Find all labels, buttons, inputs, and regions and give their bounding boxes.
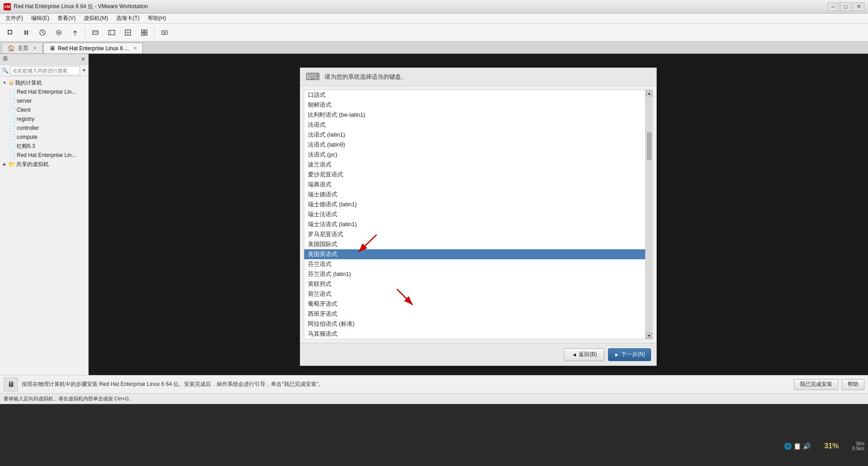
keyboard-list-item[interactable]: 瑞典语式 bbox=[304, 180, 645, 190]
toolbar-history-btn[interactable] bbox=[35, 26, 50, 39]
keyboard-list-item[interactable]: 波兰语式 bbox=[304, 160, 645, 170]
tree-server[interactable]: 📄 server bbox=[0, 96, 88, 105]
sidebar-close-button[interactable]: ✕ bbox=[81, 56, 85, 62]
tree-my-computer[interactable]: ▼ 🖥 我的计算机 bbox=[0, 78, 88, 87]
toolbar bbox=[0, 24, 868, 42]
maximize-button[interactable]: □ bbox=[840, 2, 852, 11]
tree-controller[interactable]: 📄 controller bbox=[0, 124, 88, 133]
keyboard-list[interactable]: 口語式朝鲜语式比利时语式 (be-latin1)法语式法语式 (latin1)法… bbox=[304, 90, 646, 339]
menu-file[interactable]: 文件(F) bbox=[2, 14, 27, 23]
keyboard-list-item[interactable]: 芬兰语式 (latin1) bbox=[304, 269, 645, 279]
toolbar-restore-btn[interactable] bbox=[68, 26, 82, 39]
toolbar-sep-2 bbox=[154, 27, 155, 38]
keyboard-list-item[interactable]: 瑞士法语式 bbox=[304, 209, 645, 219]
app-icon: VM bbox=[4, 3, 11, 10]
menu-bar: 文件(F) 编辑(E) 查看(V) 虚拟机(M) 选项卡(T) 帮助(H) bbox=[0, 14, 868, 24]
menu-view[interactable]: 查看(V) bbox=[54, 14, 79, 23]
keyboard-list-item[interactable]: 法语式 (latin1) bbox=[304, 130, 645, 140]
tree-redhat63[interactable]: 📄 红帽6.3 bbox=[0, 142, 88, 151]
keyboard-list-item[interactable]: 口語式 bbox=[304, 90, 645, 100]
menu-tab[interactable]: 选项卡(T) bbox=[113, 14, 143, 23]
scrollbar-down-button[interactable]: ▼ bbox=[646, 333, 652, 339]
toolbar-fitwin-btn[interactable] bbox=[88, 26, 103, 39]
svg-rect-18 bbox=[142, 33, 144, 35]
vm-folder-icon: 📄 bbox=[9, 89, 16, 95]
keyboard-list-item[interactable]: 美国国际式 bbox=[304, 239, 645, 249]
keyboard-list-item[interactable]: 法语式 (pc) bbox=[304, 150, 645, 160]
tree-vm-1-label: Red Hat Enterprise Lin... bbox=[17, 89, 76, 95]
toolbar-power-btn[interactable] bbox=[3, 26, 17, 39]
tree-shared-label: 共享的虚拟机 bbox=[16, 161, 49, 168]
content-area: 库 ✕ 🔍 ▼ ▼ 🖥 我的计算机 📄 Red Hat Enterprise L… bbox=[0, 53, 868, 375]
keyboard-list-item[interactable]: 荷兰语式 bbox=[304, 289, 645, 299]
sidebar-header: 库 ✕ bbox=[0, 54, 88, 65]
server-icon: 📄 bbox=[9, 98, 16, 104]
keyboard-list-item[interactable]: 罗马尼亚语式 bbox=[304, 229, 645, 239]
tree-compute-label: compute bbox=[17, 134, 38, 140]
tab-vm[interactable]: 🖥 Red Hat Enterprise Linux 6 ... ✕ bbox=[43, 43, 143, 53]
scrollbar-thumb[interactable] bbox=[647, 133, 651, 160]
keyboard-list-item[interactable]: 比利时语式 (be-latin1) bbox=[304, 110, 645, 120]
keyboard-icon: ⌨ bbox=[306, 71, 320, 83]
dialog-header: ⌨ 请为您的系统选择适当的键盘。 bbox=[300, 68, 656, 86]
keyboard-list-item[interactable]: 阿拉伯语式 (标准) bbox=[304, 319, 645, 329]
tray-icon-1[interactable]: 🌐 bbox=[784, 442, 792, 450]
menu-edit[interactable]: 编辑(E) bbox=[28, 14, 53, 23]
tree-client[interactable]: 📄 Client bbox=[0, 105, 88, 114]
toolbar-snapshot-btn[interactable] bbox=[52, 26, 66, 39]
keyboard-list-item[interactable]: 瑞士德语式 (latin1) bbox=[304, 200, 645, 209]
svg-rect-16 bbox=[142, 30, 144, 32]
complete-install-button[interactable]: 我已完成安装 bbox=[794, 379, 838, 390]
tab-vm-close[interactable]: ✕ bbox=[133, 46, 137, 51]
keyboard-list-item[interactable]: 英联邦式 bbox=[304, 279, 645, 289]
keyboard-list-item[interactable]: 法语式 (latin9) bbox=[304, 140, 645, 150]
keyboard-list-item[interactable]: 瑞士法语式 (latin1) bbox=[304, 219, 645, 229]
toolbar-stretch-btn[interactable] bbox=[121, 26, 135, 39]
toolbar-fullscreen-btn[interactable] bbox=[104, 26, 119, 39]
close-button[interactable]: ✕ bbox=[853, 2, 864, 11]
tree-vm-2-label: Red Hat Enterprise Lin... bbox=[17, 152, 76, 158]
tree-registry[interactable]: 📄 registry bbox=[0, 114, 88, 124]
title-bar: VM Red Hat Enterprise Linux 6 64 位 - VMw… bbox=[0, 0, 868, 14]
tab-home-close[interactable]: ✕ bbox=[33, 46, 37, 51]
menu-vm[interactable]: 虚拟机(M) bbox=[80, 14, 112, 23]
toolbar-ctrl-alt-del-btn[interactable] bbox=[157, 26, 172, 39]
vm-area[interactable]: ⌨ 请为您的系统选择适当的键盘。 口語式朝鲜语式比利时语式 (be-latin1… bbox=[89, 54, 868, 375]
toolbar-unity-btn[interactable] bbox=[137, 26, 151, 39]
tree-compute[interactable]: 📄 compute bbox=[0, 133, 88, 142]
keyboard-list-item[interactable]: 马其顿语式 bbox=[304, 329, 645, 339]
keyboard-list-item[interactable]: 朝鲜语式 bbox=[304, 100, 645, 110]
next-button[interactable]: ► 下一步(N) bbox=[608, 348, 651, 361]
keyboard-list-item[interactable]: 瑞士德语式 bbox=[304, 190, 645, 200]
svg-rect-3 bbox=[8, 33, 12, 34]
compute-icon: 📄 bbox=[9, 134, 16, 140]
scrollbar-up-button[interactable]: ▲ bbox=[646, 90, 652, 96]
search-dropdown-icon[interactable]: ▼ bbox=[82, 68, 86, 73]
tray-clock[interactable]: 31% bbox=[813, 437, 849, 455]
keyboard-list-item[interactable]: 西班牙语式 bbox=[304, 309, 645, 319]
search-input[interactable] bbox=[10, 66, 80, 75]
keyboard-list-item[interactable]: 美国英语式 bbox=[304, 249, 645, 259]
back-button[interactable]: ◄ 返回(B) bbox=[564, 348, 604, 361]
tray-icon-3[interactable]: 🔊 bbox=[803, 442, 811, 450]
keyboard-list-item[interactable]: 葡萄牙语式 bbox=[304, 299, 645, 309]
tree-vm-1[interactable]: 📄 Red Hat Enterprise Lin... bbox=[0, 87, 88, 96]
tree-shared[interactable]: ▶ 📁 共享的虚拟机 bbox=[0, 160, 88, 169]
tree-shared-expand-icon: ▶ bbox=[2, 162, 7, 166]
tree-vm-2[interactable]: 📄 Red Hat Enterprise Lin... bbox=[0, 151, 88, 160]
help-button[interactable]: 帮助 bbox=[842, 379, 864, 390]
minimize-button[interactable]: ─ bbox=[827, 2, 839, 11]
keyboard-list-item[interactable]: 爱沙尼亚语式 bbox=[304, 170, 645, 180]
tab-home[interactable]: 🏠 主页 ✕ bbox=[2, 43, 42, 53]
dialog-scrollbar[interactable]: ▲ ▼ bbox=[646, 90, 653, 339]
menu-help[interactable]: 帮助(H) bbox=[144, 14, 170, 23]
scrollbar-track[interactable] bbox=[646, 96, 652, 333]
tab-vm-label: Red Hat Enterprise Linux 6 ... bbox=[58, 45, 129, 52]
keyboard-list-item[interactable]: 法语式 bbox=[304, 120, 645, 130]
toolbar-pause-btn[interactable] bbox=[19, 26, 33, 39]
tray-icon-2[interactable]: 📋 bbox=[793, 442, 801, 450]
toolbar-sep-1 bbox=[85, 27, 85, 38]
keyboard-list-item[interactable]: 芬兰语式 bbox=[304, 259, 645, 269]
vm2-icon: 📄 bbox=[9, 152, 16, 158]
vm-icon: 🖥 bbox=[49, 45, 55, 52]
